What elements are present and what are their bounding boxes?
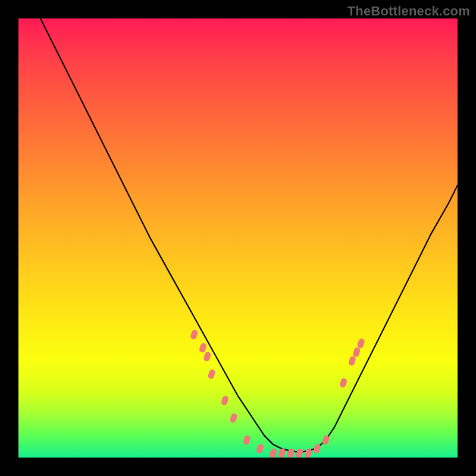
svg-rect-12 xyxy=(304,447,312,458)
svg-rect-3 xyxy=(207,369,215,380)
svg-rect-8 xyxy=(269,447,277,458)
bottleneck-curve xyxy=(18,18,458,452)
svg-rect-18 xyxy=(356,338,365,349)
chart-svg xyxy=(18,18,458,458)
curve-markers xyxy=(190,329,365,458)
svg-rect-7 xyxy=(256,443,264,454)
svg-rect-1 xyxy=(199,342,207,353)
chart-frame: TheBottleneck.com xyxy=(0,0,476,476)
svg-rect-2 xyxy=(203,351,211,362)
svg-rect-17 xyxy=(352,347,361,358)
chart-plot-area xyxy=(18,18,458,458)
svg-rect-11 xyxy=(295,447,303,458)
svg-rect-16 xyxy=(348,355,356,366)
svg-rect-0 xyxy=(190,329,198,340)
svg-rect-5 xyxy=(229,412,237,423)
svg-rect-10 xyxy=(286,447,295,458)
watermark-text: TheBottleneck.com xyxy=(347,4,470,19)
svg-rect-6 xyxy=(243,434,251,445)
svg-rect-15 xyxy=(339,377,347,388)
svg-rect-4 xyxy=(221,395,229,406)
